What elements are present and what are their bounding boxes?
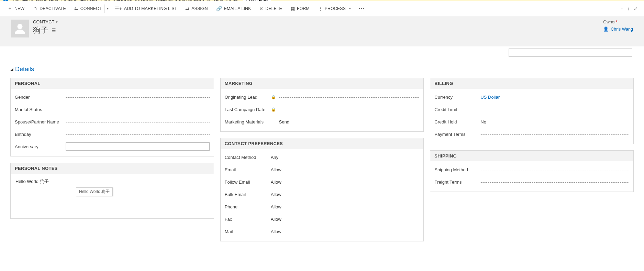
plus-icon: ＋	[8, 6, 12, 12]
record-name: 狗子 ☰	[33, 25, 58, 35]
marketing-panel: MARKETING Originating Lead 🔒 -----------…	[220, 78, 424, 132]
delete-button-label: DELETE	[265, 6, 282, 11]
lock-icon: 🔒	[271, 95, 276, 99]
currency-value[interactable]: US Dollar	[480, 95, 629, 100]
gender-value[interactable]: ----------------------------------------…	[66, 95, 210, 100]
pref-phone-value[interactable]: Allow	[271, 204, 420, 209]
entity-selector-label: CONTACT	[33, 20, 55, 24]
anniversary-input[interactable]	[66, 142, 210, 151]
connect-button-label: CONNECT	[80, 6, 102, 11]
spouse-label: Spouse/Partner Name	[15, 119, 63, 124]
personal-notes-header: PERSONAL NOTES	[11, 163, 214, 174]
gender-label: Gender	[15, 95, 63, 100]
delete-button[interactable]: ✕DELETE	[255, 1, 286, 16]
add-to-marketing-button[interactable]: ☰+ADD TO MARKETING LIST	[111, 1, 181, 16]
contact-preferences-header: CONTACT PREFERENCES	[221, 138, 424, 149]
personal-notes-panel: PERSONAL NOTES Hello World 狗子 Hello Worl…	[10, 163, 214, 219]
pref-mail-value[interactable]: Allow	[271, 229, 420, 234]
currency-label: Currency	[434, 95, 478, 100]
svg-point-0	[18, 24, 23, 29]
connect-button[interactable]: ⇆CONNECT	[70, 1, 106, 16]
owner-label: Owner*	[603, 20, 633, 24]
freight-terms-value[interactable]: ----------------------------------------…	[480, 180, 629, 185]
list-icon[interactable]: ☰	[52, 28, 56, 33]
form-body: ◢ Details PERSONAL Gender --------------…	[0, 46, 644, 261]
marital-status-label: Marital Status	[15, 107, 63, 112]
delete-icon: ✕	[259, 6, 263, 11]
new-button[interactable]: ＋NEW	[3, 1, 29, 16]
nav-down-icon[interactable]: ↓	[627, 6, 630, 11]
pref-fax-label: Fax	[225, 217, 268, 222]
pref-mail-label: Mail	[225, 229, 268, 234]
process-icon: ⋮	[318, 6, 323, 11]
deactivate-icon: 🗋	[33, 6, 37, 11]
pref-bulk-email-value[interactable]: Allow	[271, 192, 420, 197]
credit-limit-value[interactable]: ----------------------------------------…	[480, 107, 629, 112]
user-icon: 👤	[603, 26, 609, 32]
email-link-icon: 🔗	[216, 6, 222, 11]
header-float-input[interactable]	[509, 48, 632, 57]
chevron-down-icon: ◢	[10, 67, 13, 72]
birthday-label: Birthday	[15, 132, 63, 137]
personal-notes-tooltip: Hello World 狗子	[76, 187, 113, 196]
contact-method-label: Contact Method	[225, 155, 268, 160]
shipping-panel-header: SHIPPING	[430, 151, 633, 161]
shipping-method-label: Shipping Method	[434, 167, 478, 172]
last-campaign-label: Last Campaign Date	[225, 107, 268, 112]
lock-icon: 🔒	[271, 107, 276, 112]
process-button[interactable]: ⋮PROCESS	[314, 1, 355, 16]
marketing-materials-value[interactable]: Send	[279, 119, 420, 124]
popout-icon[interactable]: ⤢	[634, 6, 638, 11]
pref-email-label: Email	[225, 167, 268, 172]
contact-method-value[interactable]: Any	[271, 155, 420, 160]
email-link-button[interactable]: 🔗EMAIL A LINK	[212, 1, 255, 16]
details-section-title[interactable]: ◢ Details	[10, 57, 634, 73]
marketing-panel-header: MARKETING	[221, 78, 424, 89]
owner-value-text: Chris Wang	[611, 27, 633, 32]
billing-panel: BILLING Currency US Dollar Credit Limit …	[430, 78, 634, 144]
details-section-title-text: Details	[15, 66, 34, 73]
pref-phone-label: Phone	[225, 204, 268, 209]
contact-preferences-panel: CONTACT PREFERENCES Contact Method Any E…	[220, 138, 424, 241]
originating-lead-value: ----------------------------------------…	[279, 95, 420, 100]
marketing-materials-label: Marketing Materials	[225, 119, 268, 124]
process-button-label: PROCESS	[325, 6, 346, 11]
new-button-label: NEW	[14, 6, 24, 11]
entity-selector[interactable]: CONTACT	[33, 20, 58, 24]
assign-button-label: ASSIGN	[191, 6, 208, 11]
personal-panel: PERSONAL Gender ------------------------…	[10, 78, 214, 156]
owner-value[interactable]: 👤 Chris Wang	[603, 26, 633, 32]
personal-notes-body[interactable]: Hello World 狗子 Hello World 狗子	[11, 174, 214, 218]
nav-up-icon[interactable]: ↑	[621, 6, 623, 11]
command-bar: ＋NEW 🗋DEACTIVATE ⇆CONNECT ▾ ☰+ADD TO MAR…	[0, 1, 644, 16]
pref-email-value[interactable]: Allow	[271, 167, 420, 172]
anniversary-label: Anniversary	[15, 144, 63, 149]
form-button[interactable]: ▦FORM	[286, 1, 314, 16]
personal-panel-header: PERSONAL	[11, 78, 214, 89]
shipping-panel: SHIPPING Shipping Method ---------------…	[430, 150, 634, 192]
originating-lead-label: Originating Lead	[225, 95, 268, 100]
pref-follow-email-value[interactable]: Allow	[271, 180, 420, 185]
connect-icon: ⇆	[74, 6, 78, 11]
freight-terms-label: Freight Terms	[434, 180, 478, 185]
record-header: CONTACT 狗子 ☰ Owner* 👤 Chris Wang	[0, 16, 644, 46]
connect-split[interactable]: ▾	[104, 4, 111, 13]
payment-terms-value[interactable]: ----------------------------------------…	[480, 132, 629, 137]
more-commands-button[interactable]	[355, 1, 368, 16]
credit-hold-label: Credit Hold	[434, 119, 478, 124]
spouse-value[interactable]: ----------------------------------------…	[66, 119, 210, 124]
pref-follow-email-label: Follow Email	[225, 180, 268, 185]
marital-status-value[interactable]: ----------------------------------------…	[66, 107, 210, 112]
add-to-marketing-label: ADD TO MARKETING LIST	[124, 6, 177, 11]
assign-icon: ⇄	[185, 6, 189, 11]
personal-notes-text: Hello World 狗子	[15, 179, 49, 184]
shipping-method-value[interactable]: ----------------------------------------…	[480, 167, 629, 172]
pref-fax-value[interactable]: Allow	[271, 217, 420, 222]
form-button-label: FORM	[297, 6, 310, 11]
assign-button[interactable]: ⇄ASSIGN	[181, 1, 212, 16]
birthday-value[interactable]: ----------------------------------------…	[66, 132, 210, 137]
credit-hold-value[interactable]: No	[480, 119, 629, 124]
person-icon	[14, 22, 26, 35]
ellipsis-icon	[359, 8, 364, 9]
deactivate-button[interactable]: 🗋DEACTIVATE	[29, 1, 70, 16]
